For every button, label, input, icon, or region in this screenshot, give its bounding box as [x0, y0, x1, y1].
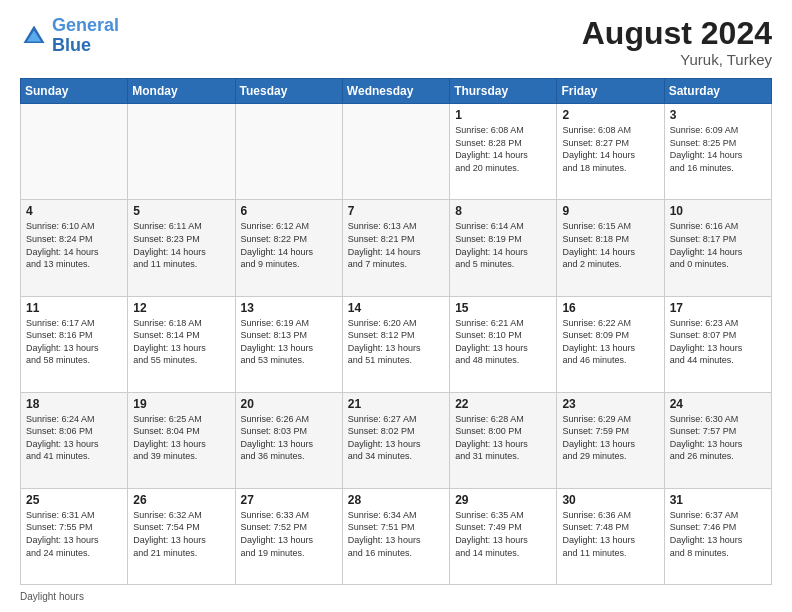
- calendar-day-cell: [128, 104, 235, 200]
- logo: General Blue: [20, 16, 119, 56]
- calendar-day-cell: 28Sunrise: 6:34 AM Sunset: 7:51 PM Dayli…: [342, 488, 449, 584]
- day-number: 29: [455, 493, 551, 507]
- day-number: 24: [670, 397, 766, 411]
- calendar-week-row: 18Sunrise: 6:24 AM Sunset: 8:06 PM Dayli…: [21, 392, 772, 488]
- day-number: 6: [241, 204, 337, 218]
- day-info: Sunrise: 6:25 AM Sunset: 8:04 PM Dayligh…: [133, 413, 229, 463]
- calendar-day-cell: 21Sunrise: 6:27 AM Sunset: 8:02 PM Dayli…: [342, 392, 449, 488]
- day-info: Sunrise: 6:17 AM Sunset: 8:16 PM Dayligh…: [26, 317, 122, 367]
- calendar-table: SundayMondayTuesdayWednesdayThursdayFrid…: [20, 78, 772, 585]
- day-number: 1: [455, 108, 551, 122]
- calendar-day-cell: 22Sunrise: 6:28 AM Sunset: 8:00 PM Dayli…: [450, 392, 557, 488]
- day-number: 13: [241, 301, 337, 315]
- calendar-week-row: 1Sunrise: 6:08 AM Sunset: 8:28 PM Daylig…: [21, 104, 772, 200]
- calendar-day-cell: 27Sunrise: 6:33 AM Sunset: 7:52 PM Dayli…: [235, 488, 342, 584]
- calendar-day-cell: 13Sunrise: 6:19 AM Sunset: 8:13 PM Dayli…: [235, 296, 342, 392]
- day-info: Sunrise: 6:21 AM Sunset: 8:10 PM Dayligh…: [455, 317, 551, 367]
- calendar-day-cell: [342, 104, 449, 200]
- calendar-day-cell: 2Sunrise: 6:08 AM Sunset: 8:27 PM Daylig…: [557, 104, 664, 200]
- calendar-day-header: Friday: [557, 79, 664, 104]
- day-number: 18: [26, 397, 122, 411]
- day-number: 31: [670, 493, 766, 507]
- day-number: 20: [241, 397, 337, 411]
- day-info: Sunrise: 6:16 AM Sunset: 8:17 PM Dayligh…: [670, 220, 766, 270]
- location: Yuruk, Turkey: [582, 51, 772, 68]
- day-info: Sunrise: 6:19 AM Sunset: 8:13 PM Dayligh…: [241, 317, 337, 367]
- calendar-day-header: Monday: [128, 79, 235, 104]
- calendar-day-cell: 10Sunrise: 6:16 AM Sunset: 8:17 PM Dayli…: [664, 200, 771, 296]
- day-info: Sunrise: 6:33 AM Sunset: 7:52 PM Dayligh…: [241, 509, 337, 559]
- page: General Blue August 2024 Yuruk, Turkey S…: [0, 0, 792, 612]
- day-info: Sunrise: 6:36 AM Sunset: 7:48 PM Dayligh…: [562, 509, 658, 559]
- day-info: Sunrise: 6:22 AM Sunset: 8:09 PM Dayligh…: [562, 317, 658, 367]
- calendar-day-cell: 16Sunrise: 6:22 AM Sunset: 8:09 PM Dayli…: [557, 296, 664, 392]
- day-number: 17: [670, 301, 766, 315]
- daylight-label: Daylight hours: [20, 591, 84, 602]
- day-info: Sunrise: 6:09 AM Sunset: 8:25 PM Dayligh…: [670, 124, 766, 174]
- day-number: 5: [133, 204, 229, 218]
- calendar-day-header: Tuesday: [235, 79, 342, 104]
- day-info: Sunrise: 6:13 AM Sunset: 8:21 PM Dayligh…: [348, 220, 444, 270]
- day-info: Sunrise: 6:11 AM Sunset: 8:23 PM Dayligh…: [133, 220, 229, 270]
- calendar-day-cell: 25Sunrise: 6:31 AM Sunset: 7:55 PM Dayli…: [21, 488, 128, 584]
- day-info: Sunrise: 6:15 AM Sunset: 8:18 PM Dayligh…: [562, 220, 658, 270]
- day-info: Sunrise: 6:18 AM Sunset: 8:14 PM Dayligh…: [133, 317, 229, 367]
- calendar-day-cell: 15Sunrise: 6:21 AM Sunset: 8:10 PM Dayli…: [450, 296, 557, 392]
- calendar-day-header: Thursday: [450, 79, 557, 104]
- calendar-day-cell: 26Sunrise: 6:32 AM Sunset: 7:54 PM Dayli…: [128, 488, 235, 584]
- logo-icon: [20, 22, 48, 50]
- day-number: 15: [455, 301, 551, 315]
- calendar-day-cell: 3Sunrise: 6:09 AM Sunset: 8:25 PM Daylig…: [664, 104, 771, 200]
- day-number: 21: [348, 397, 444, 411]
- calendar-day-cell: 9Sunrise: 6:15 AM Sunset: 8:18 PM Daylig…: [557, 200, 664, 296]
- day-info: Sunrise: 6:32 AM Sunset: 7:54 PM Dayligh…: [133, 509, 229, 559]
- calendar-week-row: 11Sunrise: 6:17 AM Sunset: 8:16 PM Dayli…: [21, 296, 772, 392]
- day-info: Sunrise: 6:20 AM Sunset: 8:12 PM Dayligh…: [348, 317, 444, 367]
- logo-text: General Blue: [52, 16, 119, 56]
- logo-blue: Blue: [52, 35, 91, 55]
- calendar-day-cell: [21, 104, 128, 200]
- day-info: Sunrise: 6:30 AM Sunset: 7:57 PM Dayligh…: [670, 413, 766, 463]
- calendar-day-cell: 19Sunrise: 6:25 AM Sunset: 8:04 PM Dayli…: [128, 392, 235, 488]
- header: General Blue August 2024 Yuruk, Turkey: [20, 16, 772, 68]
- day-info: Sunrise: 6:26 AM Sunset: 8:03 PM Dayligh…: [241, 413, 337, 463]
- logo-general: General: [52, 15, 119, 35]
- day-info: Sunrise: 6:24 AM Sunset: 8:06 PM Dayligh…: [26, 413, 122, 463]
- day-info: Sunrise: 6:29 AM Sunset: 7:59 PM Dayligh…: [562, 413, 658, 463]
- month-year: August 2024: [582, 16, 772, 51]
- calendar-day-cell: 12Sunrise: 6:18 AM Sunset: 8:14 PM Dayli…: [128, 296, 235, 392]
- calendar-day-cell: 30Sunrise: 6:36 AM Sunset: 7:48 PM Dayli…: [557, 488, 664, 584]
- calendar-day-header: Wednesday: [342, 79, 449, 104]
- day-number: 7: [348, 204, 444, 218]
- calendar-day-cell: 24Sunrise: 6:30 AM Sunset: 7:57 PM Dayli…: [664, 392, 771, 488]
- day-number: 4: [26, 204, 122, 218]
- day-number: 28: [348, 493, 444, 507]
- day-number: 2: [562, 108, 658, 122]
- calendar-day-cell: 20Sunrise: 6:26 AM Sunset: 8:03 PM Dayli…: [235, 392, 342, 488]
- day-number: 30: [562, 493, 658, 507]
- day-number: 27: [241, 493, 337, 507]
- calendar-day-cell: 4Sunrise: 6:10 AM Sunset: 8:24 PM Daylig…: [21, 200, 128, 296]
- day-number: 8: [455, 204, 551, 218]
- calendar-day-cell: 6Sunrise: 6:12 AM Sunset: 8:22 PM Daylig…: [235, 200, 342, 296]
- calendar-week-row: 25Sunrise: 6:31 AM Sunset: 7:55 PM Dayli…: [21, 488, 772, 584]
- title-area: August 2024 Yuruk, Turkey: [582, 16, 772, 68]
- calendar-day-cell: 23Sunrise: 6:29 AM Sunset: 7:59 PM Dayli…: [557, 392, 664, 488]
- calendar-day-cell: 1Sunrise: 6:08 AM Sunset: 8:28 PM Daylig…: [450, 104, 557, 200]
- day-info: Sunrise: 6:10 AM Sunset: 8:24 PM Dayligh…: [26, 220, 122, 270]
- day-number: 11: [26, 301, 122, 315]
- day-number: 23: [562, 397, 658, 411]
- calendar-day-cell: 31Sunrise: 6:37 AM Sunset: 7:46 PM Dayli…: [664, 488, 771, 584]
- calendar-day-cell: 17Sunrise: 6:23 AM Sunset: 8:07 PM Dayli…: [664, 296, 771, 392]
- day-number: 22: [455, 397, 551, 411]
- day-info: Sunrise: 6:28 AM Sunset: 8:00 PM Dayligh…: [455, 413, 551, 463]
- calendar-day-cell: 14Sunrise: 6:20 AM Sunset: 8:12 PM Dayli…: [342, 296, 449, 392]
- footer: Daylight hours: [20, 591, 772, 602]
- day-number: 19: [133, 397, 229, 411]
- day-number: 12: [133, 301, 229, 315]
- calendar-day-cell: 18Sunrise: 6:24 AM Sunset: 8:06 PM Dayli…: [21, 392, 128, 488]
- day-number: 26: [133, 493, 229, 507]
- day-info: Sunrise: 6:31 AM Sunset: 7:55 PM Dayligh…: [26, 509, 122, 559]
- day-number: 16: [562, 301, 658, 315]
- day-number: 10: [670, 204, 766, 218]
